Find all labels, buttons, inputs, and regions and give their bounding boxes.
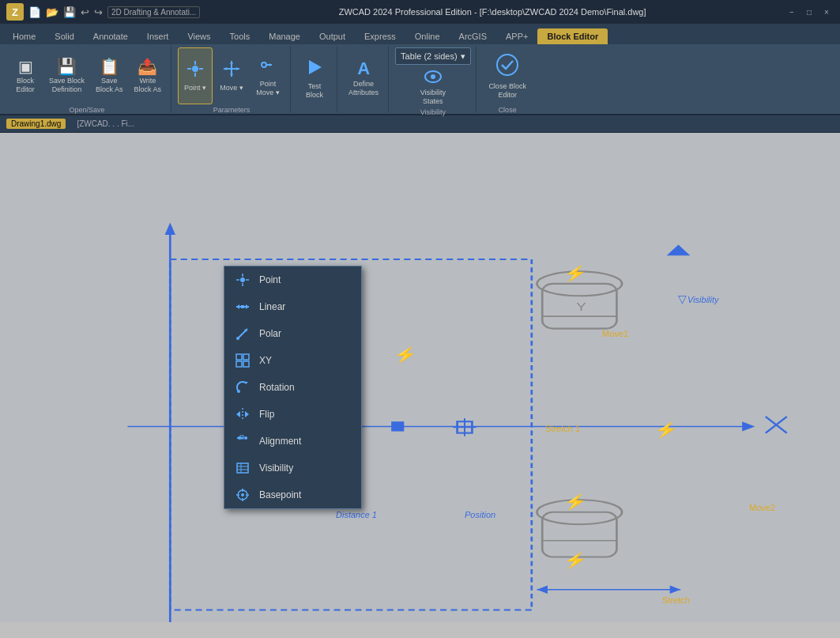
polar-dd-icon xyxy=(234,325,251,342)
visibility-states-button[interactable]: VisibilityStates xyxy=(401,67,465,107)
ribbon-panel: ▣ BlockEditor 💾 Save BlockDefinition 📋 S… xyxy=(0,44,840,115)
dd-label-flip: Flip xyxy=(259,409,274,420)
dd-item-flip[interactable]: Flip xyxy=(224,401,361,428)
tab-app-plus[interactable]: APP+ xyxy=(496,28,537,44)
save-block-as-icon: 📋 xyxy=(100,59,119,74)
dd-item-rotation[interactable]: Rotation xyxy=(224,374,361,401)
point-move-button[interactable]: PointMove ▾ xyxy=(250,47,285,104)
status-tab-drawing1[interactable]: Drawing1.dwg xyxy=(6,119,66,129)
save-block-definition-button[interactable]: 💾 Save BlockDefinition xyxy=(44,47,89,104)
close-block-editor-icon xyxy=(495,53,519,80)
ribbon-group-open-save: ▣ BlockEditor 💾 Save BlockDefinition 📋 S… xyxy=(3,46,171,112)
define-attributes-button[interactable]: A DefineAttributes xyxy=(344,50,383,107)
test-block-button[interactable]: TestBlock xyxy=(297,50,332,107)
tab-views[interactable]: Views xyxy=(178,28,220,44)
svg-marker-42 xyxy=(668,245,689,255)
svg-marker-9 xyxy=(224,67,227,70)
dd-item-visibility[interactable]: Visibility xyxy=(224,455,361,481)
dd-item-polar[interactable]: Polar xyxy=(224,320,361,347)
maximize-button[interactable]: □ xyxy=(802,5,816,19)
tab-home[interactable]: Home xyxy=(3,28,45,44)
dd-item-linear[interactable]: Linear xyxy=(224,293,361,320)
write-block-as-button[interactable]: 📤 WriteBlock As xyxy=(130,47,167,104)
svg-point-60 xyxy=(236,337,239,340)
redo-icon[interactable]: ↪ xyxy=(94,6,103,18)
tab-arcgis[interactable]: ArcGIS xyxy=(450,28,496,44)
svg-text:⚡: ⚡ xyxy=(654,421,678,439)
dd-item-point[interactable]: Point xyxy=(224,266,361,293)
svg-rect-63 xyxy=(236,361,242,367)
save-block-def-icon: 💾 xyxy=(57,59,77,74)
main-area: Y ⚡ ⚡ ⚡ ⚡ ⚡ ⚡ Visibility Move1 Stretch 1… xyxy=(0,133,840,622)
tab-output[interactable]: Output xyxy=(310,28,355,44)
visibility-states-icon xyxy=(424,69,442,86)
tab-insert[interactable]: Insert xyxy=(137,28,179,44)
minimize-button[interactable]: − xyxy=(785,5,799,19)
status-tab-zwcad[interactable]: [ZWCAD. . . Fi... xyxy=(72,119,139,129)
move-icon xyxy=(222,59,241,81)
new-icon[interactable]: 📄 xyxy=(28,6,41,18)
window-controls: − □ × xyxy=(785,5,834,19)
svg-marker-21 xyxy=(165,222,175,234)
svg-text:⚡: ⚡ xyxy=(563,552,587,569)
svg-text:Y: Y xyxy=(576,300,586,313)
dd-label-rotation: Rotation xyxy=(259,382,295,393)
title-bar: Z 📄 📂 💾 ↩ ↪ 2D Drafting & Annotati... ZW… xyxy=(0,0,840,24)
dd-item-basepoint[interactable]: Basepoint xyxy=(224,481,361,508)
point-move-icon xyxy=(258,55,277,77)
tab-tools[interactable]: Tools xyxy=(220,28,260,44)
tab-online[interactable]: Online xyxy=(405,28,450,44)
dd-label-linear: Linear xyxy=(259,301,285,312)
canvas-area[interactable]: Y ⚡ ⚡ ⚡ ⚡ ⚡ ⚡ Visibility Move1 Stretch 1… xyxy=(0,133,840,622)
point-button[interactable]: Point ▾ xyxy=(178,47,213,104)
svg-marker-25 xyxy=(742,421,755,431)
tab-solid[interactable]: Solid xyxy=(45,28,83,44)
close-button[interactable]: × xyxy=(819,5,834,19)
svg-marker-55 xyxy=(236,304,239,309)
open-icon[interactable]: 📂 xyxy=(46,6,58,18)
point-icon xyxy=(186,59,205,81)
dd-item-xy[interactable]: XY xyxy=(224,347,361,374)
svg-rect-28 xyxy=(391,421,404,431)
ribbon-group-close: Close BlockEditor Close xyxy=(478,46,537,112)
point-dd-icon xyxy=(234,271,251,289)
visibility-triangle-icon: ▽ xyxy=(678,293,687,305)
visibility-dropdown[interactable]: Table (2 sides) ▾ xyxy=(395,47,471,65)
svg-point-66 xyxy=(237,390,240,393)
close-block-editor-button[interactable]: Close BlockEditor xyxy=(484,47,531,104)
tab-block-editor[interactable]: Block Editor xyxy=(537,28,608,44)
tab-express[interactable]: Express xyxy=(355,28,405,44)
tab-annotate[interactable]: Annotate xyxy=(84,28,137,44)
svg-point-17 xyxy=(497,55,518,75)
basepoint-dd-icon xyxy=(234,486,251,504)
svg-point-72 xyxy=(244,436,247,440)
workspace-selector[interactable]: 2D Drafting & Annotati... xyxy=(107,6,200,18)
svg-rect-62 xyxy=(243,354,249,360)
define-attrs-icon: A xyxy=(357,60,370,77)
test-block-icon xyxy=(305,58,324,80)
svg-marker-56 xyxy=(246,304,249,309)
svg-point-11 xyxy=(262,62,266,67)
group-label-visibility: Visibility xyxy=(420,108,446,116)
move-button[interactable]: Move ▾ xyxy=(214,47,249,104)
ribbon-tab-bar: Home Solid Annotate Insert Views Tools M… xyxy=(0,24,840,44)
dd-label-visibility: Visibility xyxy=(259,462,293,474)
dd-item-alignment[interactable]: Alignment xyxy=(224,428,361,455)
svg-rect-64 xyxy=(243,361,249,367)
rotation-dd-icon xyxy=(234,379,251,396)
ribbon-group-visibility: Table (2 sides) ▾ VisibilityStates Visib… xyxy=(390,46,477,112)
svg-point-49 xyxy=(240,277,245,282)
linear-dd-icon xyxy=(234,298,251,315)
tab-manage[interactable]: Manage xyxy=(259,28,310,44)
svg-marker-8 xyxy=(230,74,233,77)
block-editor-button[interactable]: ▣ BlockEditor xyxy=(8,47,43,104)
ribbon-group-attributes: A DefineAttributes xyxy=(339,46,389,112)
save-block-as-button[interactable]: 📋 SaveBlock As xyxy=(91,47,128,104)
svg-rect-40 xyxy=(542,512,616,557)
svg-rect-61 xyxy=(236,354,242,360)
svg-marker-69 xyxy=(245,411,249,417)
window-title: ZWCAD 2024 Professional Edition - [F:\de… xyxy=(339,7,646,17)
undo-icon[interactable]: ↩ xyxy=(81,6,89,18)
dd-label-xy: XY xyxy=(259,355,272,366)
save-icon[interactable]: 💾 xyxy=(63,6,76,18)
